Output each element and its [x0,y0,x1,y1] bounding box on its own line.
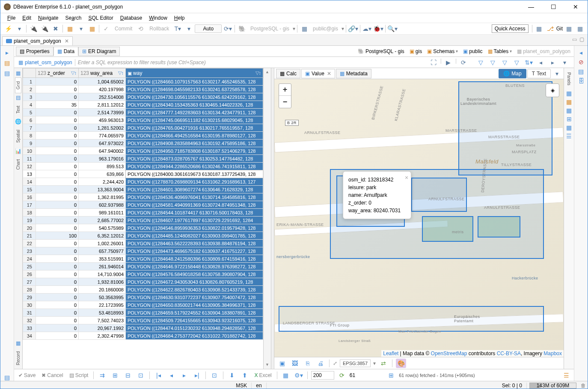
layers-button[interactable]: ◈ [546,83,559,97]
cell-way-area[interactable]: 14,710.9004 [79,270,126,278]
cell-way[interactable]: POLYGON ((1284777.1492283603 6130134.423… [126,109,263,116]
bc-db[interactable]: 🐘PostgreSQL - gis [356,48,406,55]
menu-search[interactable]: Search [62,14,84,22]
save-button[interactable]: ✔Save [17,371,37,379]
row-number[interactable]: 22 [23,240,36,247]
memory-bar[interactable]: 143M of 609M [529,383,576,389]
table-row[interactable]: 170602.937988POLYGON ((1284581.494099136… [23,201,263,209]
export-icon-1[interactable]: ⊡ [209,371,220,380]
cell-way-area[interactable]: 989.161011 [79,209,126,217]
col-z-order[interactable]: 123 z_order▽↕ [36,68,79,78]
schema-combo-icon[interactable]: ▦ [299,24,309,33]
restore-icon[interactable]: ▸ [3,49,11,56]
table-row[interactable]: 30022.1723995POLYGON ((1284650.835002174… [23,301,263,309]
tab-metadata[interactable]: ▦Metadata [336,69,371,78]
bc-schema[interactable]: ▣public [461,48,484,55]
commit-label[interactable]: Commit [112,26,135,32]
filter-icon-3[interactable]: ▽ [499,58,510,67]
menu-file[interactable]: File [5,14,18,22]
cell-way[interactable]: POLYGON ((1284745.0669511182 6130215.680… [126,116,263,124]
row-number[interactable]: 32 [23,317,36,324]
export-icon-3[interactable]: ⬆ [240,371,250,380]
cell-way-area[interactable]: 53.4818993 [79,309,126,317]
bug-icon[interactable]: 🐞▾ [373,24,383,33]
new-connection-icon[interactable]: ⚡ [3,24,13,33]
cell-way[interactable]: POLYGON ((1284660.1079157563 6130217.465… [126,78,263,86]
table-row[interactable]: 101,004.65002POLYGON ((1284660.107915756… [23,78,263,86]
nav-last-icon[interactable]: ▸| [192,371,202,380]
table-row[interactable]: 60459.963013POLYGON ((1284745.0669511182… [23,116,263,124]
nav-tree-icon[interactable]: ▤ [3,59,11,66]
panel-icon-3[interactable]: ▦ [565,107,573,114]
perspective-icon-1[interactable]: ▦ [564,24,574,33]
color-picker-icon[interactable]: 🎨 [396,359,406,368]
table-row[interactable]: 180989.161011POLYGON ((1284544.101874417… [23,209,263,217]
cell-way[interactable]: POLYGON ((1284944.2286520686 6130246.741… [126,163,263,170]
cell-way[interactable]: POLYGON ((1284765.004271916 6130217.7655… [126,124,263,132]
table-row[interactable]: 90647.973022POLYGON ((1284908.2835884963… [23,140,263,147]
cell-z-order[interactable]: 0 [36,132,79,140]
cell-z-order[interactable]: 0 [36,109,79,116]
cell-way-area[interactable]: 353.515991 [79,255,126,263]
perspective-icon-2[interactable]: ▦ [575,24,585,33]
table-row[interactable]: 1402,244,420POLYGON ((1278870.2698809134… [23,178,263,186]
panels-label[interactable]: Panels [566,70,572,88]
sql-new-icon[interactable]: ▦ [87,24,97,33]
row-number[interactable]: 27 [23,278,36,286]
cell-z-order[interactable]: 0 [36,155,79,163]
bookmarks-icon[interactable]: ▤ [3,374,11,381]
side-tab-chart[interactable]: Chart [15,155,21,173]
commit-icon[interactable]: ✓ [101,24,111,33]
cell-z-order[interactable]: 0 [36,286,79,294]
cell-z-order[interactable]: 0 [36,278,79,286]
side-tab-spatial[interactable]: Spatial [15,126,21,147]
table-row[interactable]: 20420.197998POLYGON ((1284698.0455982133… [23,86,263,93]
tab-data[interactable]: ▦ Data [53,47,78,56]
cell-z-order[interactable]: 0 [36,147,79,155]
map-tool-2[interactable]: 🖼 [290,359,300,368]
cell-way[interactable]: POLYGON ((1284607.1977617897 6130729.229… [126,217,263,224]
popup-close-icon[interactable]: × [405,173,408,182]
error-log-icon[interactable]: ⊘ [577,59,585,65]
cell-way-area[interactable]: 602.937988 [79,201,126,209]
cell-z-order[interactable]: 0 [36,240,79,247]
edit-icon-2[interactable]: ⊞ [110,371,120,380]
table-row[interactable]: 110963.179016POLYGON ((1284873.028705767… [23,155,263,163]
cell-way-area[interactable]: 261.946014 [79,263,126,270]
cell-way-area[interactable]: 657.750977 [79,247,126,255]
cell-way[interactable]: POLYGON ((1284509.7264155665 6130943.923… [126,317,263,324]
epsg-selector[interactable]: EPSG:3857 [340,359,371,367]
row-number[interactable]: 11 [23,155,36,163]
col-way-area[interactable]: 123 way_area▽↕ [79,68,126,78]
text-icon[interactable]: ▤ [15,94,22,101]
table-row[interactable]: 15013,363.9004POLYGON ((1284601.30896072… [23,186,263,193]
cell-way[interactable]: POLYGON ((1284581.4940991369 6130724.874… [126,201,263,209]
row-number[interactable]: 18 [23,209,36,217]
cell-way-area[interactable]: 20.1860008 [79,286,126,294]
cell-z-order[interactable]: 0 [36,309,79,317]
row-number[interactable]: 14 [23,178,36,186]
filter-icon-1[interactable]: ▽ [475,58,486,67]
maximize-button[interactable]: ☐ [545,1,562,13]
table-row[interactable]: 1902,685.77002POLYGON ((1284607.19776178… [23,217,263,224]
row-number[interactable]: 13 [23,170,36,178]
table-row[interactable]: 120899.513POLYGON ((1284944.2286520686 6… [23,163,263,170]
cell-way[interactable]: POLYGON ((1284340.153435363 6130465.1440… [126,101,263,109]
edit-icon-4[interactable]: ⊡ [136,371,146,380]
connection-combo[interactable]: PostgreSQL - gis [248,26,292,32]
col-rownum[interactable] [23,68,36,78]
table-row[interactable]: 3402,302.47998POLYGON ((1284684.27537720… [23,332,263,340]
plug-icon[interactable]: 🔌 [28,24,39,33]
table-row[interactable]: 230657.750977POLYGON ((1284473.469657518… [23,247,263,255]
cell-way[interactable]: POLYGON ((1284650.8350021744 6130905.384… [126,301,263,309]
menu-icon[interactable]: ☰ [561,371,571,380]
cell-way-area[interactable]: 252.514008 [79,93,126,101]
edit-icon-1[interactable]: ⇉ [97,371,107,380]
cell-way[interactable]: POLYGON ((1284630.9310772237 6130907.754… [126,294,263,301]
row-number[interactable]: 4 [23,101,36,109]
cell-way-area[interactable]: 22.1723995 [79,301,126,309]
cell-z-order[interactable]: 0 [36,163,79,170]
row-number[interactable]: 10 [23,147,36,155]
attr-leaflet[interactable]: Leaflet [383,350,398,356]
refresh-icon[interactable]: ⟳▾ [223,24,233,33]
